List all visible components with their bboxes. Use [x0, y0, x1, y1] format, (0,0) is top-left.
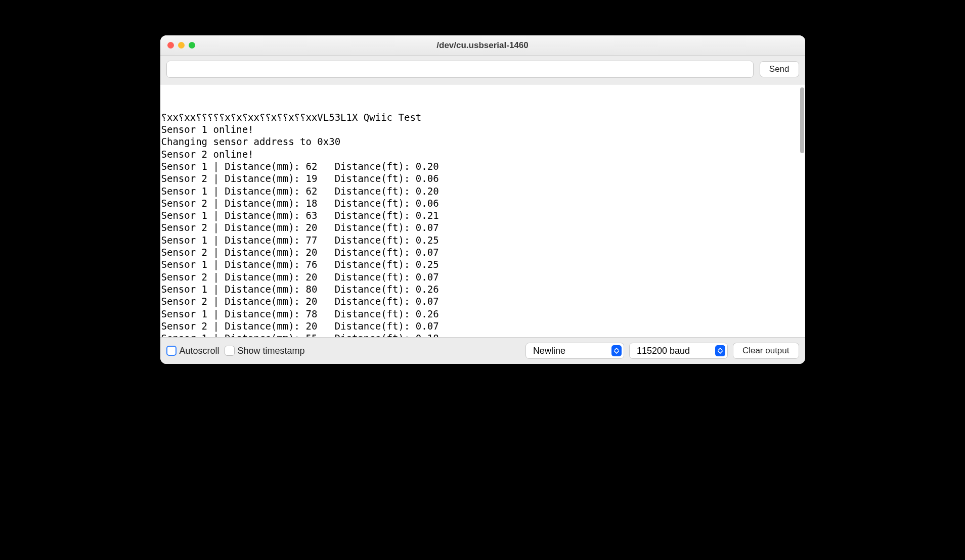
line-ending-value: Newline [533, 346, 565, 356]
show-timestamp-label: Show timestamp [238, 346, 305, 356]
console-line: Sensor 1 online! [161, 123, 804, 135]
titlebar: /dev/cu.usbserial-1460 [160, 35, 805, 56]
window-title: /dev/cu.usbserial-1460 [167, 40, 798, 51]
clear-output-button[interactable]: Clear output [733, 343, 799, 359]
baud-rate-value: 115200 baud [637, 346, 690, 356]
clear-output-label: Clear output [742, 346, 789, 356]
console-line: Sensor 2 | Distance(mm): 20 Distance(ft)… [161, 246, 804, 258]
show-timestamp-checkbox[interactable]: Show timestamp [225, 346, 305, 356]
maximize-icon[interactable] [189, 42, 195, 49]
send-button[interactable]: Send [760, 61, 799, 77]
console-line: Sensor 2 | Distance(mm): 20 Distance(ft)… [161, 221, 804, 234]
checkbox-icon [166, 346, 177, 356]
console-line: Sensor 1 | Distance(mm): 62 Distance(ft)… [161, 185, 804, 197]
console-line: Sensor 2 | Distance(mm): 20 Distance(ft)… [161, 295, 804, 307]
console-line: ⸮xx⸮xx⸮⸮⸮⸮⸮x⸮x⸮xx⸮⸮x⸮⸮x⸮⸮xxVL53L1X Qwiic… [161, 111, 804, 123]
console-line: Sensor 1 | Distance(mm): 76 Distance(ft)… [161, 258, 804, 270]
console-line: Sensor 2 | Distance(mm): 20 Distance(ft)… [161, 320, 804, 332]
line-ending-select[interactable]: Newline [525, 343, 624, 359]
serial-monitor-window: /dev/cu.usbserial-1460 Send ⸮xx⸮xx⸮⸮⸮⸮⸮x… [160, 35, 805, 364]
console-line: Sensor 1 | Distance(mm): 78 Distance(ft)… [161, 308, 804, 320]
close-icon[interactable] [167, 42, 174, 49]
scrollbar-thumb[interactable] [800, 87, 804, 153]
console-line: Sensor 2 | Distance(mm): 20 Distance(ft)… [161, 271, 804, 283]
console-line: Sensor 1 | Distance(mm): 63 Distance(ft)… [161, 209, 804, 221]
chevron-updown-icon [715, 345, 725, 356]
console-line: Changing sensor address to 0x30 [161, 135, 804, 148]
checkbox-icon [225, 346, 235, 356]
autoscroll-label: Autoscroll [180, 346, 220, 356]
chevron-updown-icon [611, 345, 622, 356]
autoscroll-checkbox[interactable]: Autoscroll [166, 346, 220, 356]
console-line: Sensor 1 | Distance(mm): 55 Distance(ft)… [161, 332, 804, 337]
console-line: Sensor 2 | Distance(mm): 18 Distance(ft)… [161, 197, 804, 209]
send-button-label: Send [769, 64, 789, 74]
console-line: Sensor 2 | Distance(mm): 19 Distance(ft)… [161, 172, 804, 184]
console-line: Sensor 2 online! [161, 148, 804, 160]
bottom-toolbar: Autoscroll Show timestamp Newline 115200… [160, 337, 805, 364]
console-line: Sensor 1 | Distance(mm): 62 Distance(ft)… [161, 160, 804, 172]
serial-input[interactable] [166, 61, 754, 78]
console-output[interactable]: ⸮xx⸮xx⸮⸮⸮⸮⸮x⸮x⸮xx⸮⸮x⸮⸮x⸮⸮xxVL53L1X Qwiic… [160, 84, 805, 337]
minimize-icon[interactable] [178, 42, 185, 49]
console-line: Sensor 1 | Distance(mm): 77 Distance(ft)… [161, 234, 804, 246]
baud-rate-select[interactable]: 115200 baud [629, 343, 728, 359]
send-toolbar: Send [160, 56, 805, 84]
traffic-lights [167, 42, 195, 49]
console-line: Sensor 1 | Distance(mm): 80 Distance(ft)… [161, 283, 804, 295]
